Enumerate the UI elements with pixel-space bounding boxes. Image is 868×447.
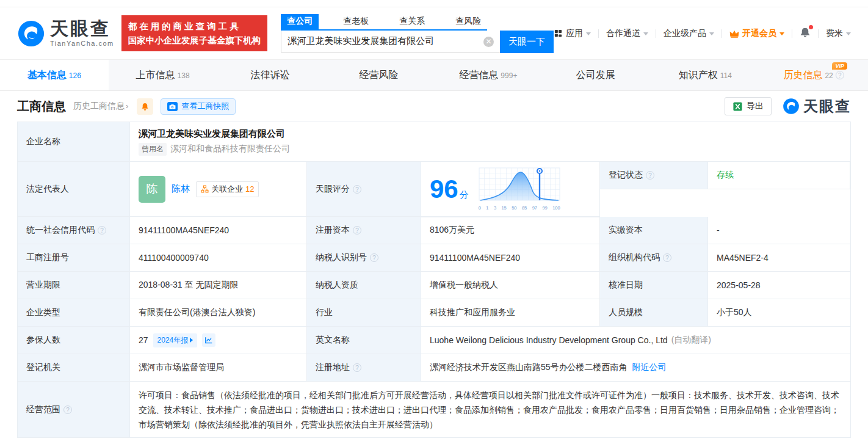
search-tab-company[interactable]: 查公司 xyxy=(281,14,319,29)
bell-icon xyxy=(140,102,150,111)
field-label: 参保人数 xyxy=(18,327,130,354)
former-name-badge: 曾用名 xyxy=(139,143,167,156)
field-label: 纳税人资质 xyxy=(307,272,421,299)
business-snapshot-button[interactable]: 查看工商快照 xyxy=(161,98,236,115)
status-badge: 存续 xyxy=(717,170,734,181)
promo-banner: 都在用的商业查询工具 国家中小企业发展子基金旗下机构 xyxy=(121,15,268,51)
tab-label: 经营风险 xyxy=(359,69,398,82)
trend-chart-button[interactable] xyxy=(202,333,215,347)
help-icon[interactable]: ? xyxy=(836,71,844,79)
nav-partner[interactable]: 合作通道 xyxy=(606,28,648,39)
search-input[interactable] xyxy=(281,31,500,53)
auto-translate-note: (自动翻译) xyxy=(671,335,711,346)
search-tab-risk[interactable]: 查风险 xyxy=(449,14,487,29)
monitor-bell-button[interactable] xyxy=(137,98,153,115)
nav-open-vip[interactable]: 开通会员 xyxy=(729,28,784,39)
help-icon[interactable]: ? xyxy=(63,405,72,414)
registered-address: 漯河经济技术开发区燕山南路55号办公楼二楼西南角 xyxy=(430,362,627,373)
field-value: - xyxy=(708,217,850,244)
snapshot-label: 查看工商快照 xyxy=(181,101,229,112)
tab-count: 114 xyxy=(720,71,732,80)
section-title: 工商信息 xyxy=(17,98,66,115)
tab-basic-info[interactable]: 基本信息 126 xyxy=(0,60,109,90)
watermark-logo: 天眼查 xyxy=(783,96,851,116)
tab-history-info[interactable]: VIP 历史信息 22 ? xyxy=(759,60,868,90)
chevron-right-icon: › xyxy=(126,101,128,111)
nav-user-label: 费米 xyxy=(826,28,843,39)
nav-divider xyxy=(818,29,819,38)
notifications-bell[interactable] xyxy=(800,27,811,40)
field-value: 2025-05-28 xyxy=(708,272,850,299)
nav-divider xyxy=(598,29,599,38)
score-cell: 96分 xyxy=(421,162,600,217)
promo-line2: 国家中小企业发展子基金旗下机构 xyxy=(128,34,261,47)
search-button[interactable]: 天眼一下 xyxy=(500,31,554,53)
help-icon[interactable]: ? xyxy=(370,253,378,262)
tab-count: 999+ xyxy=(501,71,517,80)
field-value: 漯河经济技术开发区燕山南路55号办公楼二楼西南角 附近公司 xyxy=(421,354,850,382)
tab-label: 知识产权 xyxy=(679,69,718,82)
promo-line1: 都在用的商业查询工具 xyxy=(128,20,261,33)
related-count: 12 xyxy=(245,184,254,194)
field-value: 8106万美元 xyxy=(421,217,600,244)
related-label: 关联企业 xyxy=(211,184,243,195)
field-label: 注册地址? xyxy=(307,354,421,382)
nav-enterprise[interactable]: 企业级产品 xyxy=(664,28,714,39)
help-icon[interactable]: ? xyxy=(353,226,361,234)
field-value: 2018-08-31 至 无固定期限 xyxy=(130,272,307,299)
help-icon[interactable]: ? xyxy=(98,226,106,234)
nav-partner-label: 合作通道 xyxy=(606,28,640,39)
tab-label: 历史信息 xyxy=(783,69,822,82)
field-value: 91411100MA45NEF240 xyxy=(421,244,600,272)
swirl-logo-icon xyxy=(17,20,45,48)
nav-divider xyxy=(656,29,656,38)
field-label: 企业名称 xyxy=(18,122,130,162)
tab-operation-info[interactable]: 经营信息 999+ xyxy=(434,60,543,90)
field-label: 英文名称 xyxy=(307,327,421,354)
field-value: MA45NEF2-4 xyxy=(708,244,850,272)
annual-report-badge[interactable]: 2024年报 xyxy=(153,333,198,347)
help-icon[interactable]: ? xyxy=(646,171,654,180)
help-icon[interactable]: ? xyxy=(663,253,671,262)
table-row: 登记机关 漯河市市场监督管理局 注册地址? 漯河经济技术开发区燕山南路55号办公… xyxy=(18,354,850,382)
legal-rep-link[interactable]: 陈林 xyxy=(172,183,190,195)
field-label: 登记状态? xyxy=(600,162,708,189)
tab-company-development[interactable]: 公司发展 xyxy=(543,60,651,90)
search-tab-relation[interactable]: 查关系 xyxy=(393,14,431,29)
legal-rep-cell: 陈 陈林 关联企业 12 xyxy=(130,162,307,217)
nearby-companies-link[interactable]: 附近公司 xyxy=(632,362,667,373)
main-tabbar: 基本信息 126 上市信息 138 法律诉讼 经营风险 经营信息 999+ 公司… xyxy=(0,59,868,91)
help-icon[interactable]: ? xyxy=(353,185,361,194)
field-label: 企业类型 xyxy=(18,299,130,327)
tab-listing-info[interactable]: 上市信息 138 xyxy=(109,60,217,90)
search-tab-boss[interactable]: 查老板 xyxy=(337,14,375,29)
table-row: 工商注册号 411100400009740 纳税人识别号? 91411100MA… xyxy=(18,244,850,272)
clear-icon[interactable]: ✕ xyxy=(483,37,494,47)
history-business-info-link[interactable]: 历史工商信息› xyxy=(73,101,128,112)
chevron-down-icon xyxy=(709,32,714,35)
tab-operation-risk[interactable]: 经营风险 xyxy=(325,60,434,90)
field-label: 经营范围? xyxy=(18,382,130,437)
export-button[interactable]: 导出 xyxy=(725,97,772,115)
table-row: 统一社会信用代码? 91411100MA45NEF240 注册资本? 8106万… xyxy=(18,217,850,244)
company-name-cell: 漯河卫龙美味实业发展集团有限公司 曾用名 漯河和和食品科技有限责任公司 xyxy=(130,122,850,162)
tab-legal-litigation[interactable]: 法律诉讼 xyxy=(217,60,326,90)
nav-user[interactable]: 费米 xyxy=(826,28,851,39)
top-nav: 应用 合作通道 企业级产品 开通会员 xyxy=(554,27,851,40)
trend-icon xyxy=(204,336,213,344)
field-label: 人员规模 xyxy=(600,299,708,327)
tianyancha-logo[interactable]: 天眼查 TianYanCha.com xyxy=(17,20,114,48)
tab-count: 126 xyxy=(69,71,81,80)
export-label: 导出 xyxy=(747,101,764,112)
company-name: 漯河卫龙美味实业发展集团有限公司 xyxy=(139,128,285,140)
tab-count: 22 xyxy=(825,71,833,80)
nav-apps[interactable]: 应用 xyxy=(554,28,591,39)
field-label: 法定代表人 xyxy=(18,162,130,217)
help-icon[interactable]: ? xyxy=(353,363,361,372)
related-companies-badge[interactable]: 关联企业 12 xyxy=(196,181,259,197)
avatar[interactable]: 陈 xyxy=(139,176,165,203)
tab-intellectual-property[interactable]: 知识产权 114 xyxy=(651,60,760,90)
nav-divider xyxy=(792,29,792,38)
swirl-logo-icon xyxy=(783,98,800,115)
field-label: 登记机关 xyxy=(18,354,130,382)
